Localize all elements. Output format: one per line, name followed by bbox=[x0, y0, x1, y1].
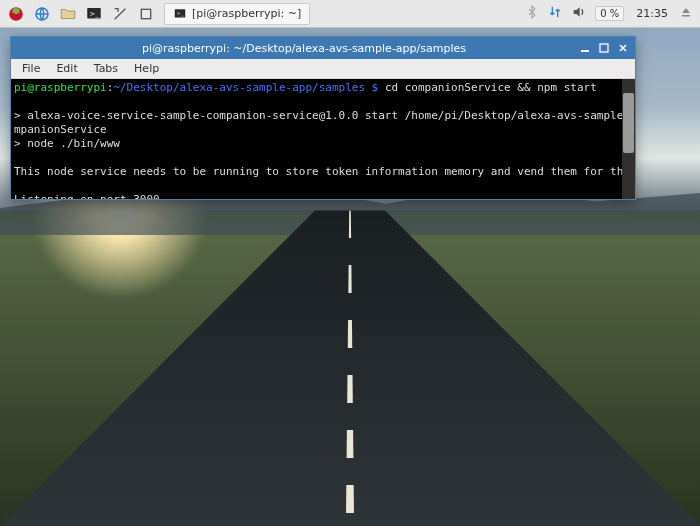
app-icon[interactable] bbox=[108, 3, 132, 25]
clock[interactable]: 21:35 bbox=[632, 7, 672, 20]
menu-edit[interactable]: Edit bbox=[49, 60, 84, 77]
network-icon[interactable] bbox=[547, 4, 563, 23]
menu-file[interactable]: File bbox=[15, 60, 47, 77]
menubar: File Edit Tabs Help bbox=[11, 59, 635, 79]
minimize-button[interactable] bbox=[577, 41, 593, 55]
app-icon[interactable] bbox=[134, 3, 158, 25]
browser-icon[interactable] bbox=[30, 3, 54, 25]
menu-help[interactable]: Help bbox=[127, 60, 166, 77]
window-title: pi@raspberrypi: ~/Desktop/alexa-avs-samp… bbox=[31, 42, 577, 55]
terminal-icon: >_ bbox=[173, 7, 187, 21]
file-manager-icon[interactable] bbox=[56, 3, 80, 25]
menu-tabs[interactable]: Tabs bbox=[87, 60, 125, 77]
scrollbar[interactable] bbox=[622, 79, 635, 199]
eject-icon[interactable] bbox=[680, 6, 692, 21]
bluetooth-icon[interactable] bbox=[525, 5, 539, 22]
svg-text:>_: >_ bbox=[177, 10, 184, 17]
taskbar: >_ >_ [pi@raspberrypi: ~] 0 % 21:35 bbox=[0, 0, 700, 28]
volume-icon[interactable] bbox=[571, 4, 587, 23]
taskbar-task[interactable]: >_ [pi@raspberrypi: ~] bbox=[164, 3, 310, 25]
terminal-window: pi@raspberrypi: ~/Desktop/alexa-avs-samp… bbox=[10, 36, 636, 200]
svg-rect-9 bbox=[600, 44, 608, 52]
menu-icon[interactable] bbox=[4, 3, 28, 25]
svg-text:>_: >_ bbox=[90, 9, 100, 17]
taskbar-task-title: [pi@raspberrypi: ~] bbox=[192, 7, 301, 20]
close-button[interactable] bbox=[615, 41, 631, 55]
terminal-output[interactable]: pi@raspberrypi:~/Desktop/alexa-avs-sampl… bbox=[11, 79, 635, 199]
scrollbar-thumb[interactable] bbox=[623, 93, 634, 153]
cpu-usage[interactable]: 0 % bbox=[595, 6, 624, 21]
svg-rect-5 bbox=[141, 9, 150, 18]
svg-rect-8 bbox=[581, 50, 589, 52]
titlebar[interactable]: pi@raspberrypi: ~/Desktop/alexa-avs-samp… bbox=[11, 37, 635, 59]
svg-point-1 bbox=[12, 8, 20, 14]
system-tray: 0 % 21:35 bbox=[525, 4, 696, 23]
terminal-icon[interactable]: >_ bbox=[82, 3, 106, 25]
maximize-button[interactable] bbox=[596, 41, 612, 55]
